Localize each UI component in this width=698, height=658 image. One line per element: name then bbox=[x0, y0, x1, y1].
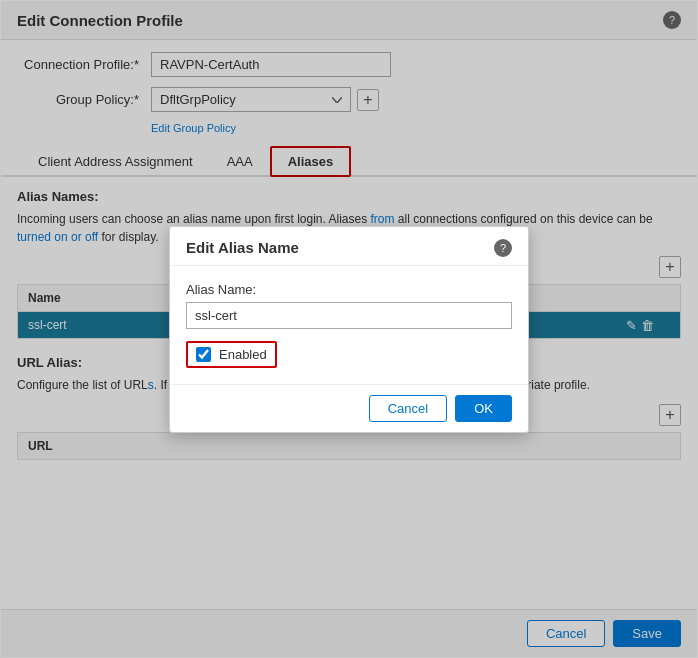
alias-name-label: Alias Name: bbox=[186, 282, 512, 297]
main-panel: Edit Connection Profile ? Connection Pro… bbox=[0, 0, 698, 658]
modal-ok-button[interactable]: OK bbox=[455, 395, 512, 422]
modal-help-icon[interactable]: ? bbox=[494, 239, 512, 257]
enabled-checkbox-label[interactable]: Enabled bbox=[186, 341, 277, 368]
enabled-checkbox[interactable] bbox=[196, 347, 211, 362]
enabled-label-text: Enabled bbox=[219, 347, 267, 362]
enabled-checkbox-wrapper: Enabled bbox=[186, 341, 512, 368]
alias-name-input[interactable] bbox=[186, 302, 512, 329]
modal-overlay: Edit Alias Name ? Alias Name: Enabled Ca… bbox=[1, 1, 697, 657]
modal-header: Edit Alias Name ? bbox=[170, 227, 528, 266]
edit-alias-modal: Edit Alias Name ? Alias Name: Enabled Ca… bbox=[169, 226, 529, 433]
modal-footer: Cancel OK bbox=[170, 384, 528, 432]
modal-title: Edit Alias Name bbox=[186, 239, 299, 256]
modal-cancel-button[interactable]: Cancel bbox=[369, 395, 447, 422]
modal-body: Alias Name: Enabled bbox=[170, 266, 528, 384]
